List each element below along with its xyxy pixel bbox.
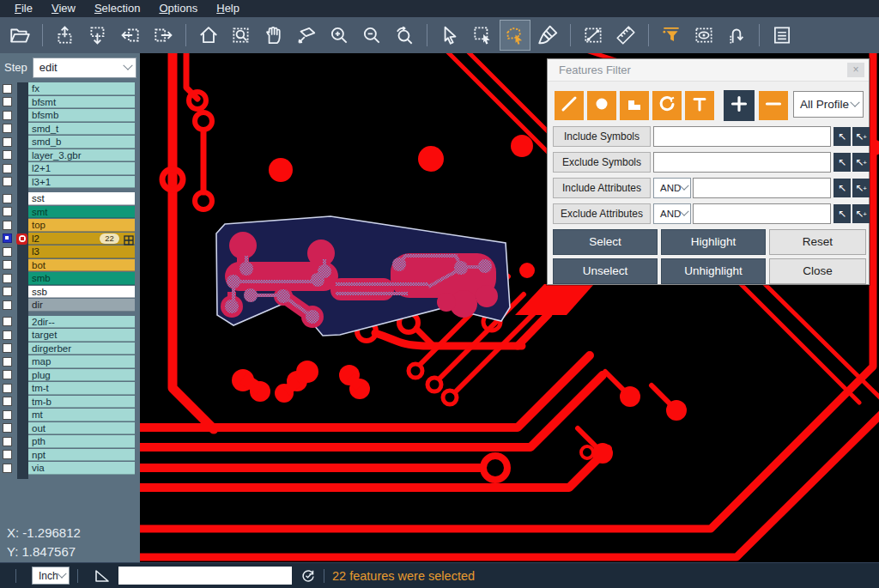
exclude-attributes-pick-add-button[interactable]: ↖+ bbox=[852, 204, 870, 223]
reset-button[interactable]: Reset bbox=[769, 229, 866, 255]
layer-row-l3+1[interactable]: l3+1 bbox=[0, 176, 140, 190]
layer-visibility-checkbox[interactable] bbox=[3, 260, 12, 270]
layer-visibility-checkbox[interactable] bbox=[3, 111, 12, 120]
layer-visibility-checkbox[interactable] bbox=[3, 233, 12, 243]
view-options-button[interactable] bbox=[688, 20, 719, 51]
exclude-symbols-pick-add-button[interactable]: ↖+ bbox=[852, 153, 870, 172]
layer-row-l2+1[interactable]: l2+1 bbox=[0, 162, 140, 176]
layer-row-smd_b[interactable]: smd_b bbox=[0, 136, 140, 149]
layer-visibility-checkbox[interactable] bbox=[3, 274, 12, 283]
layer-row-via[interactable]: via bbox=[0, 462, 140, 476]
layer-visibility-checkbox[interactable] bbox=[3, 84, 12, 94]
layer-row-ssb[interactable]: ssb bbox=[0, 286, 140, 300]
filter-pads-button[interactable] bbox=[587, 91, 616, 120]
sync-icon[interactable] bbox=[300, 568, 316, 584]
active-layer-indicator[interactable] bbox=[16, 233, 27, 245]
layer-visibility-checkbox[interactable] bbox=[3, 150, 12, 160]
include-symbols-field[interactable] bbox=[653, 126, 831, 147]
layer-row-plug[interactable]: plug bbox=[0, 369, 140, 383]
close-icon[interactable]: × bbox=[847, 63, 864, 77]
layer-visibility-checkbox[interactable] bbox=[3, 357, 12, 367]
menu-item-selection[interactable]: Selection bbox=[85, 0, 149, 17]
include-attributes-field[interactable] bbox=[693, 178, 831, 198]
menu-item-view[interactable]: View bbox=[42, 0, 85, 17]
layer-row-smb[interactable]: smb bbox=[0, 272, 140, 286]
pan-right-button[interactable] bbox=[148, 20, 179, 51]
layer-visibility-checkbox[interactable] bbox=[3, 221, 12, 230]
layer-row-smt[interactable]: smt bbox=[0, 206, 140, 220]
layer-row-tm-b[interactable]: tm-b bbox=[0, 396, 140, 409]
layer-row-pth[interactable]: pth bbox=[0, 435, 140, 449]
layer-row-2dir--[interactable]: 2dir-- bbox=[0, 316, 140, 330]
include-symbols-pick-button[interactable]: ↖ bbox=[834, 127, 851, 146]
layer-row-l2[interactable]: l222 bbox=[0, 233, 140, 246]
measure-points-button[interactable] bbox=[578, 20, 609, 51]
include-symbols-button[interactable]: Include Symbols bbox=[553, 126, 651, 147]
layer-row-dir[interactable]: dir bbox=[0, 299, 140, 312]
layer-visibility-checkbox[interactable] bbox=[3, 410, 12, 420]
command-input[interactable] bbox=[118, 567, 292, 585]
layer-visibility-checkbox[interactable] bbox=[3, 370, 12, 379]
close-button[interactable]: Close bbox=[769, 258, 866, 284]
layer-visibility-checkbox[interactable] bbox=[3, 247, 12, 257]
layer-row-bfsmt[interactable]: bfsmt bbox=[0, 96, 140, 110]
layer-visibility-checkbox[interactable] bbox=[3, 343, 12, 353]
layer-visibility-checkbox[interactable] bbox=[3, 194, 12, 203]
include-attributes-pick-button[interactable]: ↖ bbox=[834, 179, 851, 197]
layer-row-layer_3.gbr[interactable]: layer_3.gbr bbox=[0, 149, 140, 163]
units-dropdown[interactable]: Inch bbox=[32, 567, 70, 585]
highlight-button[interactable]: Highlight bbox=[661, 229, 766, 255]
layer-row-fx[interactable]: fx bbox=[0, 82, 140, 96]
filter-text-button[interactable] bbox=[685, 91, 714, 120]
layer-visibility-checkbox[interactable] bbox=[3, 137, 12, 147]
layer-visibility-checkbox[interactable] bbox=[3, 437, 12, 446]
layer-visibility-checkbox[interactable] bbox=[3, 317, 12, 326]
layer-row-top[interactable]: top bbox=[0, 219, 140, 233]
layer-visibility-checkbox[interactable] bbox=[3, 384, 12, 393]
include-symbols-pick-add-button[interactable]: ↖+ bbox=[852, 127, 870, 146]
add-filter-button[interactable] bbox=[724, 90, 755, 121]
exclude-attributes-field[interactable] bbox=[693, 203, 831, 224]
layer-visibility-checkbox[interactable] bbox=[3, 464, 12, 473]
layer-row-dirgerber[interactable]: dirgerber bbox=[0, 342, 140, 356]
select-cursor-button[interactable] bbox=[434, 20, 465, 51]
layer-row-out[interactable]: out bbox=[0, 422, 140, 436]
ruler-button[interactable] bbox=[610, 20, 641, 51]
layer-visibility-checkbox[interactable] bbox=[3, 287, 12, 296]
remove-filter-button[interactable] bbox=[759, 91, 788, 120]
profile-dropdown[interactable]: All Profile bbox=[793, 91, 864, 118]
layer-visibility-checkbox[interactable] bbox=[3, 397, 12, 406]
menu-item-help[interactable]: Help bbox=[207, 0, 249, 17]
layer-visibility-checkbox[interactable] bbox=[3, 124, 12, 133]
polygon-select-button[interactable] bbox=[500, 20, 530, 51]
unhighlight-button[interactable]: Unhighlight bbox=[661, 258, 766, 284]
pan-down-button[interactable] bbox=[82, 20, 113, 51]
layer-row-map[interactable]: map bbox=[0, 355, 140, 369]
rectangle-select-button[interactable] bbox=[467, 20, 498, 51]
exclude-symbols-field[interactable] bbox=[653, 152, 831, 173]
layer-row-sst[interactable]: sst bbox=[0, 192, 140, 206]
zoom-in-button[interactable] bbox=[324, 20, 355, 51]
pan-left-button[interactable] bbox=[115, 20, 146, 51]
features-filter-button[interactable] bbox=[656, 20, 687, 51]
select-button[interactable]: Select bbox=[553, 229, 658, 255]
layer-row-bfsmb[interactable]: bfsmb bbox=[0, 109, 140, 123]
filter-lines-button[interactable] bbox=[555, 91, 584, 120]
home-view-button[interactable] bbox=[193, 20, 224, 51]
include-attributes-pick-add-button[interactable]: ↖+ bbox=[852, 179, 870, 197]
menu-item-options[interactable]: Options bbox=[149, 0, 207, 17]
layer-visibility-checkbox[interactable] bbox=[3, 423, 12, 433]
layer-visibility-checkbox[interactable] bbox=[3, 330, 12, 340]
unselect-button[interactable]: Unselect bbox=[553, 258, 658, 284]
layer-visibility-checkbox[interactable] bbox=[3, 450, 12, 459]
exclude-attributes-pick-button[interactable]: ↖ bbox=[834, 204, 851, 223]
exclude-attributes-button[interactable]: Exclude Attributes bbox=[553, 203, 651, 224]
open-file-button[interactable] bbox=[4, 20, 35, 51]
layer-row-mt[interactable]: mt bbox=[0, 409, 140, 422]
filter-arcs-button[interactable] bbox=[652, 91, 682, 120]
layer-row-npt[interactable]: npt bbox=[0, 449, 140, 463]
paint-brush-button[interactable] bbox=[532, 20, 563, 51]
report-list-button[interactable] bbox=[767, 20, 797, 51]
pan-hand-button[interactable] bbox=[258, 20, 289, 51]
layer-row-bot[interactable]: bot bbox=[0, 259, 140, 273]
